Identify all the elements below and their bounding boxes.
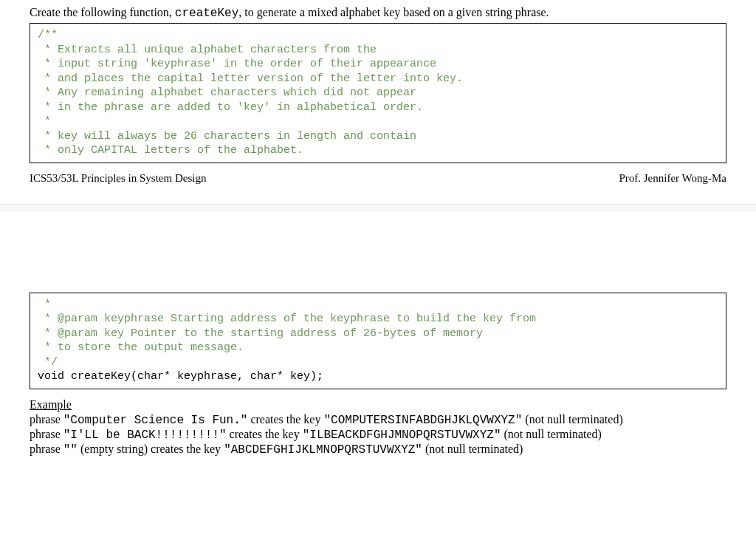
ex3-key: "ABCDEFGHIJKLMNOPQRSTUVWXYZ" [224, 443, 422, 457]
ex-mid: creates the key [227, 428, 303, 440]
page-bottom: * * @param keyphrase Starting address of… [0, 278, 756, 472]
footer-left: ICS53/53L Principles in System Design [30, 172, 206, 185]
footer-right: Prof. Jennifer Wong-Ma [619, 172, 726, 185]
example-2: phrase "I'LL be BACK!!!!!!!!!" creates t… [30, 428, 726, 442]
ex-mid: (empty string) creates the key [78, 443, 224, 455]
example-heading: Example [30, 398, 726, 412]
ex1-key: "COMPUTERSINFABDGHJKLQVWXYZ" [323, 414, 522, 427]
code2-line: * to store the output message. [38, 341, 718, 355]
intro-prefix: Create the following function, [30, 6, 175, 18]
code1-line: * key will always be 26 characters in le… [38, 129, 718, 144]
ex2-phrase: "I'LL be BACK!!!!!!!!!" [63, 428, 227, 442]
ex-mid: creates the key [247, 413, 323, 426]
ex-note: (not null terminated) [422, 443, 523, 455]
ex2-key: "ILBEACKDFGHJMNOPQRSTUVWXYZ" [303, 428, 501, 442]
ex-prefix: phrase [30, 428, 63, 440]
page-divider [0, 204, 756, 211]
code1-line: * Extracts all unique alphabet character… [38, 43, 718, 58]
intro-suffix: , to generate a mixed alphabet key based… [238, 6, 549, 18]
ex-note: (not null terminated) [522, 413, 622, 426]
code1-line: * input string 'keyphrase' in the order … [38, 57, 718, 72]
ex-note: (not null terminated) [501, 428, 602, 440]
code1-line: * Any remaining alphabet characters whic… [38, 86, 718, 100]
ex-prefix: phrase [30, 413, 63, 426]
page-top: Create the following function, createKey… [0, 0, 756, 204]
code-box-2: * * @param keyphrase Starting address of… [30, 293, 726, 389]
code1-line: * in the phrase are added to 'key' in al… [38, 100, 718, 115]
code1-line: /** [38, 28, 718, 43]
ex-prefix: phrase [30, 443, 63, 455]
ex1-phrase: "Computer Science Is Fun." [63, 414, 248, 427]
code1-line: * [38, 115, 718, 129]
code2-line: * @param key Pointer to the starting add… [38, 327, 718, 341]
example-1: phrase "Computer Science Is Fun." create… [30, 413, 726, 427]
code1-line: * only CAPITAL letters of the alphabet. [38, 143, 718, 158]
code2-signature: void createKey(char* keyphrase, char* ke… [38, 369, 718, 384]
code2-line: * @param keyphrase Starting address of t… [38, 312, 718, 327]
page-footer: ICS53/53L Principles in System Design Pr… [30, 172, 726, 189]
code1-line: * and places the capital letter version … [38, 72, 718, 86]
code-box-1: /** * Extracts all unique alphabet chara… [30, 23, 726, 163]
example-3: phrase "" (empty string) creates the key… [30, 443, 726, 457]
code2-line: */ [38, 355, 718, 370]
ex3-phrase: "" [63, 443, 78, 457]
intro-func-name: createKey [175, 7, 238, 20]
code2-line: * [38, 298, 718, 313]
intro-paragraph: Create the following function, createKey… [30, 6, 726, 20]
